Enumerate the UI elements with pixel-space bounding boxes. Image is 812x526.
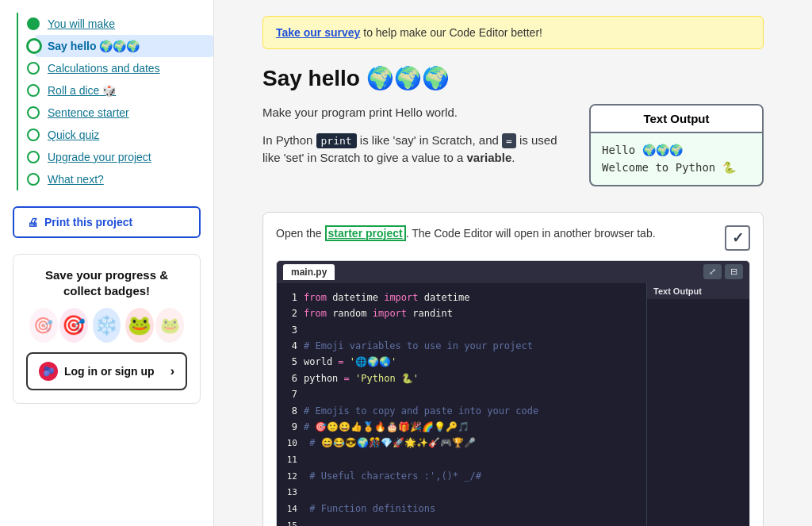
- completion-checkbox[interactable]: ✓: [725, 225, 750, 251]
- code-line-13: 13: [283, 484, 640, 501]
- sidebar: You will make Say hello 🌍🌍🌍 Calculations…: [0, 0, 214, 526]
- sidebar-item-sentence-starter[interactable]: Sentence starter: [35, 102, 213, 124]
- main-inner: Take our survey to help make our Code Ed…: [243, 0, 783, 526]
- editor-output-tab: Text Output: [647, 283, 749, 299]
- editor-tab-main-py[interactable]: main.py: [283, 264, 335, 280]
- editor-tab-bar: main.py ⤢ ⊟: [277, 261, 749, 283]
- sidebar-item-roll-a-dice[interactable]: Roll a dice 🎲: [35, 79, 213, 102]
- progress-card: Save your progress & collect badges! 🎯 🎯…: [13, 254, 201, 404]
- nav-link-quick-quiz[interactable]: Quick quiz: [48, 129, 99, 141]
- login-button-label: Log in or sign up: [64, 365, 155, 378]
- sidebar-item-calculations-and-dates[interactable]: Calculations and dates: [35, 57, 213, 79]
- nav-link-roll-a-dice[interactable]: Roll a dice 🎲: [48, 84, 116, 97]
- code-line-11: 11: [283, 451, 640, 468]
- badge-partial-left: 🎯: [29, 308, 58, 343]
- starter-text-before: Open the: [276, 227, 325, 240]
- nav-link-calculations-and-dates[interactable]: Calculations and dates: [48, 62, 160, 75]
- sidebar-item-say-hello[interactable]: Say hello 🌍🌍🌍: [35, 35, 213, 57]
- editor-collapse-button[interactable]: ⊟: [725, 264, 743, 279]
- sidebar-item-quick-quiz[interactable]: Quick quiz: [35, 124, 213, 146]
- survey-link[interactable]: Take our survey: [276, 26, 360, 39]
- code-line-5: 5world = '🌐🌍🌏': [283, 354, 640, 370]
- code-line-12: 12 # Useful characters :',()* _/#: [283, 468, 640, 485]
- badge-snowflake: ❄️: [93, 308, 121, 343]
- intro-before: In Python: [262, 133, 316, 147]
- code-line-9: 9# 🎯🙂😀👍🏅🔥🎂🎁🎉🌈💡🔑🎵: [283, 419, 640, 435]
- sidebar-item-what-next[interactable]: What next?: [35, 168, 213, 190]
- code-line-1: 1from datetime import datetime: [283, 290, 640, 305]
- code-line-15: 15: [283, 517, 640, 526]
- nav-list: You will make Say hello 🌍🌍🌍 Calculations…: [0, 13, 213, 197]
- print-button[interactable]: 🖨 Print this project: [13, 206, 201, 238]
- badge-partial-right: 🐸: [155, 308, 184, 343]
- code-line-8: 8# Emojis to copy and paste into your co…: [283, 403, 640, 419]
- print-code: print: [316, 133, 357, 148]
- badge-target: 🎯: [59, 308, 88, 343]
- variable-bold: variable: [467, 151, 512, 164]
- nav-link-upgrade-your-project[interactable]: Upgrade your project: [48, 151, 151, 163]
- starter-text-after: . The Code Editor will open in another b…: [406, 227, 656, 240]
- print-button-label: Print this project: [44, 216, 132, 228]
- main-content: Take our survey to help make our Code Ed…: [214, 0, 812, 526]
- starter-box-header: Open the starter project. The Code Edito…: [276, 225, 750, 251]
- nav-link-sentence-starter[interactable]: Sentence starter: [48, 106, 129, 119]
- editor-code-area[interactable]: 1from datetime import datetime 2from ran…: [277, 283, 646, 526]
- nav-link-you-will-make[interactable]: You will make: [48, 17, 115, 30]
- eq-code: =: [502, 133, 516, 148]
- nav-line-container: You will make Say hello 🌍🌍🌍 Calculations…: [13, 13, 213, 190]
- survey-banner: Take our survey to help make our Code Ed…: [262, 16, 764, 49]
- badges-row: 🎯 🎯 ❄️ 🐸 🐸: [26, 308, 187, 343]
- code-line-3: 3: [283, 322, 640, 338]
- login-button[interactable]: 🫐 Log in or sign up ›: [26, 352, 187, 390]
- code-line-10: 10 # 😄😂😎🌍🎊💎🚀🌟✨🎸🎮🏆🎤: [283, 435, 640, 451]
- starter-project-link[interactable]: starter project: [325, 225, 406, 241]
- editor-output-panel: Text Output: [646, 283, 749, 526]
- sidebar-item-you-will-make[interactable]: You will make: [35, 13, 213, 35]
- starter-project-box: Open the starter project. The Code Edito…: [262, 212, 764, 526]
- progress-card-heading: Save your progress & collect badges!: [26, 267, 187, 298]
- nav-link-what-next[interactable]: What next?: [48, 173, 104, 186]
- code-line-14: 14 # Function definitions: [283, 501, 640, 517]
- code-line-7: 7: [283, 386, 640, 402]
- starter-text: Open the starter project. The Code Edito…: [276, 225, 656, 242]
- output-box-header: Text Output: [591, 106, 762, 133]
- sidebar-item-upgrade-your-project[interactable]: Upgrade your project: [35, 146, 213, 168]
- raspberry-icon: 🫐: [39, 362, 58, 381]
- page-title: Say hello 🌍🌍🌍: [262, 65, 764, 91]
- editor-body: 1from datetime import datetime 2from ran…: [277, 283, 749, 526]
- badge-frog: 🐸: [125, 308, 154, 343]
- code-line-4: 4# Emoji variables to use in your projec…: [283, 338, 640, 354]
- code-line-2: 2from random import randint: [283, 305, 640, 321]
- checkmark-icon: ✓: [732, 229, 744, 247]
- output-line-1: Hello 🌍🌍🌍: [602, 141, 751, 159]
- code-line-6: 6python = 'Python 🐍': [283, 371, 640, 386]
- editor-expand-button[interactable]: ⤢: [703, 264, 722, 279]
- printer-icon: 🖨: [27, 216, 38, 228]
- text-output-box: Text Output Hello 🌍🌍🌍 Welcome to Python …: [589, 104, 764, 186]
- intro-mid: is like 'say' in Scratch, and: [357, 133, 502, 147]
- output-line-2: Welcome to Python 🐍: [602, 159, 751, 176]
- code-editor: main.py ⤢ ⊟ 1from datetime import dateti…: [276, 260, 750, 526]
- editor-controls: ⤢ ⊟: [703, 264, 743, 279]
- nav-link-say-hello[interactable]: Say hello 🌍🌍🌍: [48, 40, 140, 52]
- output-box-body: Hello 🌍🌍🌍 Welcome to Python 🐍: [591, 133, 762, 185]
- content-section: Text Output Hello 🌍🌍🌍 Welcome to Python …: [262, 104, 764, 196]
- survey-banner-text: to help make our Code Editor better!: [360, 26, 542, 39]
- arrow-right-icon: ›: [170, 364, 174, 378]
